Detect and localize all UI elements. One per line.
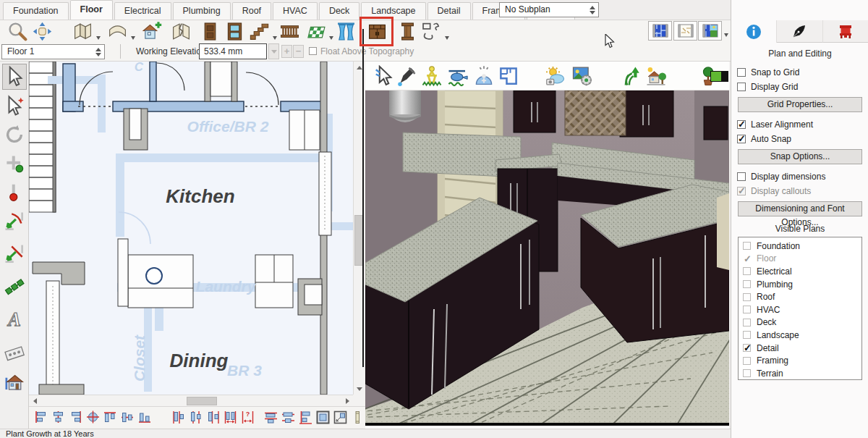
plant-growth-meter[interactable] — [710, 71, 728, 82]
text-tool[interactable]: A — [2, 306, 27, 332]
window-tool[interactable] — [221, 20, 247, 42]
column-tool[interactable] — [394, 20, 420, 42]
wall-tool-dropdown-icon[interactable] — [96, 36, 101, 40]
eyedropper-tool[interactable] — [396, 64, 419, 88]
plan-checkbox[interactable] — [743, 331, 751, 339]
rotate-tool[interactable] — [2, 122, 27, 148]
align-bottom-button[interactable] — [136, 409, 153, 426]
environment-tool[interactable] — [543, 64, 566, 88]
snap-options-button[interactable]: Snap Options... — [738, 149, 862, 164]
pendant-light[interactable] — [389, 90, 421, 122]
fillet-corner-tool[interactable] — [2, 209, 27, 235]
plan-checkbox[interactable] — [743, 267, 751, 275]
plan-tab-plumbing[interactable]: Plumbing — [173, 2, 231, 20]
plan-checkbox[interactable] — [743, 344, 751, 352]
add-node-tool[interactable] — [2, 151, 27, 177]
plan-tab-landscape[interactable]: Landscape — [361, 2, 425, 20]
plan-checkbox[interactable] — [743, 255, 751, 263]
visible-plan-framing[interactable]: Framing — [743, 354, 861, 367]
plan-tab-floor[interactable]: Floor — [70, 0, 113, 20]
split-segment-tool[interactable] — [2, 180, 27, 206]
snap-to-grid-checkbox[interactable]: Snap to Grid — [737, 65, 863, 79]
visible-plan-deck[interactable]: Deck — [743, 316, 861, 329]
fit-to-frame-button[interactable] — [314, 409, 331, 426]
look-around-tool[interactable] — [472, 64, 495, 88]
align-top-button[interactable] — [101, 409, 119, 426]
working-elevation-dropdown[interactable] — [268, 43, 279, 59]
subplan-dropdown[interactable]: No Subplan — [499, 2, 599, 17]
visible-plan-terrain[interactable]: Terrain — [743, 367, 861, 380]
horizontal-scroll-thumb[interactable] — [187, 397, 217, 405]
scroll-right-icon[interactable] — [341, 395, 353, 407]
door-tool[interactable] — [197, 20, 223, 42]
visible-plan-hvac[interactable]: HVAC — [743, 303, 861, 316]
distribute-center-button[interactable] — [187, 409, 204, 426]
combined-view-button[interactable] — [698, 21, 722, 41]
curved-wall-tool[interactable] — [104, 20, 130, 42]
space-evenly-button[interactable] — [221, 409, 239, 426]
visible-plan-foundation[interactable]: Foundation — [743, 240, 861, 253]
align-middle-button[interactable] — [119, 409, 136, 426]
visible-plan-plumbing[interactable]: Plumbing — [743, 278, 861, 291]
floor-plan-canvas[interactable]: Office/BR 2 Kitchen Laundry Closet Dinin… — [29, 62, 353, 395]
subplan-spinner-icon[interactable] — [587, 4, 597, 15]
view-mode-dropdown-icon[interactable] — [724, 33, 728, 37]
flyaround-tool[interactable] — [446, 64, 469, 88]
visible-plan-roof[interactable]: Roof — [743, 290, 861, 303]
plan-tab-hvac[interactable]: HVAC — [273, 2, 318, 20]
visible-plan-detail[interactable]: Detail — [743, 342, 861, 355]
scroll-down-icon[interactable] — [354, 383, 365, 395]
elevation-increase-button[interactable]: + — [281, 45, 292, 58]
pan-tool[interactable] — [29, 20, 55, 42]
checkbox-box[interactable] — [737, 83, 746, 91]
plan-checkbox[interactable] — [743, 280, 751, 288]
stairs-symbol[interactable] — [29, 62, 56, 212]
plan-checkbox[interactable] — [743, 369, 751, 377]
dimensioning-and-font-options-button[interactable]: Dimensioning and Font Options... — [738, 201, 862, 216]
checkbox-box[interactable] — [737, 120, 746, 129]
floor-spinner-icon[interactable] — [93, 46, 103, 57]
sidebar-tab-furniture[interactable] — [823, 20, 868, 43]
checkbox-box[interactable] — [737, 135, 746, 143]
working-elevation-input[interactable]: 533.4 mm — [199, 43, 267, 59]
plan-view-button[interactable] — [648, 21, 672, 41]
plan-overlay-tool[interactable] — [497, 64, 520, 88]
display-dimensions-checkbox[interactable]: Display dimensions — [737, 169, 863, 183]
curtain-tool[interactable] — [333, 20, 359, 42]
render-options-tool[interactable] — [571, 64, 594, 88]
sidebar-tab-info[interactable] — [731, 20, 777, 43]
scroll-left-icon[interactable] — [29, 395, 41, 407]
wall-tool[interactable] — [69, 20, 95, 42]
walkthrough-tool[interactable] — [420, 64, 443, 88]
display-grid-checkbox[interactable]: Display Grid — [737, 80, 863, 93]
plant-growth-tool[interactable] — [620, 64, 643, 88]
lattice-screen[interactable] — [565, 90, 626, 135]
animation-tool[interactable] — [2, 340, 27, 366]
laser-alignment-checkbox[interactable]: Laser Alignment — [737, 117, 863, 131]
sidebar-tab-pen[interactable] — [777, 20, 822, 43]
grid-properties-button[interactable]: Grid Properties... — [738, 97, 862, 112]
3d-render-view[interactable] — [365, 90, 729, 426]
float-above-topography-checkbox[interactable] — [309, 47, 317, 55]
shape-tool-dropdown-icon[interactable] — [445, 36, 449, 40]
plan-tab-detail[interactable]: Detail — [427, 2, 471, 20]
add-room-tool[interactable] — [139, 20, 165, 42]
shape-tool[interactable] — [418, 20, 444, 42]
visible-plan-electrical[interactable]: Electrical — [743, 265, 861, 278]
plan-checkbox[interactable] — [743, 357, 751, 365]
align-left-button[interactable] — [32, 409, 49, 426]
plan-tab-electrical[interactable]: Electrical — [114, 2, 171, 20]
checkbox-box[interactable] — [737, 172, 746, 181]
select-tool[interactable] — [2, 64, 27, 90]
chamfer-corner-tool[interactable] — [2, 241, 27, 267]
elevation-view-button[interactable] — [673, 21, 697, 41]
plan-checkbox[interactable] — [743, 319, 751, 327]
door-symbols[interactable] — [78, 63, 279, 106]
floor-covering-tool[interactable] — [302, 20, 328, 42]
house-3d-tool[interactable] — [2, 369, 27, 395]
railing-tool[interactable] — [276, 20, 302, 42]
select-add-tool[interactable] — [2, 93, 27, 119]
visible-plan-floor[interactable]: Floor — [743, 253, 861, 266]
center-on-point-button[interactable] — [84, 409, 101, 426]
align-right-button[interactable] — [67, 409, 84, 426]
